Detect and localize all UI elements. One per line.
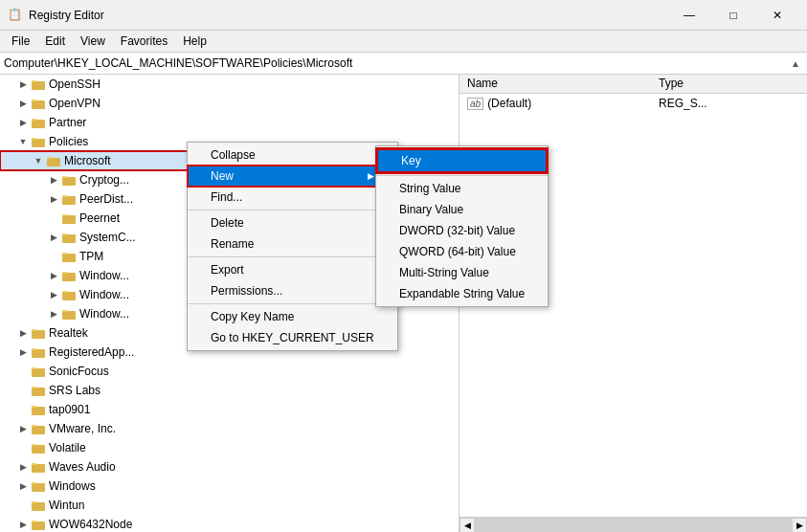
expand-icon: ▶	[15, 419, 31, 438]
expand-icon: ▶	[15, 515, 31, 532]
tree-item-tap0901[interactable]: ▶ tap0901	[0, 400, 459, 419]
menu-favorites[interactable]: Favorites	[113, 33, 175, 50]
ctx-permissions-label: Permissions...	[211, 284, 282, 298]
registry-name: ab (Default)	[467, 97, 659, 110]
expand-icon: ▶	[46, 304, 61, 323]
folder-icon	[31, 325, 46, 341]
tree-item-windows[interactable]: ▶ Windows	[0, 477, 459, 496]
address-scroll-up[interactable]: ▲	[788, 54, 803, 73]
ctx-find-label: Find...	[211, 190, 242, 204]
folder-icon	[31, 440, 46, 455]
svg-rect-10	[47, 157, 52, 159]
tree-label: Window...	[79, 269, 129, 282]
registry-row-default[interactable]: ab (Default) REG_S...	[460, 94, 807, 113]
menu-help[interactable]: Help	[175, 33, 214, 50]
tree-label: Realtek	[49, 326, 88, 340]
svg-rect-36	[32, 406, 36, 408]
submenu-dword[interactable]: DWORD (32-bit) Value	[376, 220, 548, 241]
tree-label: Waves Audio	[49, 460, 116, 474]
scroll-left-btn[interactable]: ◀	[460, 518, 475, 533]
tree-item-wintun[interactable]: ▶ Wintun	[0, 496, 459, 515]
expand-icon: ▶	[46, 285, 61, 304]
ctx-export[interactable]: Export	[188, 259, 397, 280]
svg-rect-7	[32, 139, 45, 147]
title-bar: 📋 Registry Editor — □ ✕	[0, 0, 807, 31]
svg-rect-46	[32, 501, 36, 503]
expand-icon: ▶	[15, 343, 31, 362]
maximize-button[interactable]: □	[711, 0, 755, 31]
tree-item-vmware[interactable]: ▶ VMware, Inc.	[0, 419, 459, 438]
svg-rect-12	[62, 176, 67, 178]
expand-icon: ▶	[46, 266, 61, 285]
folder-icon	[31, 459, 46, 475]
svg-rect-31	[32, 368, 45, 377]
menu-edit[interactable]: Edit	[37, 33, 73, 50]
expand-icon: ▶	[46, 170, 61, 189]
ctx-delete[interactable]: Delete	[188, 212, 397, 233]
submenu-string[interactable]: String Value	[376, 178, 548, 199]
menu-view[interactable]: View	[73, 33, 113, 50]
menu-file[interactable]: File	[4, 33, 37, 50]
svg-rect-22	[62, 272, 67, 274]
ctx-delete-label: Delete	[211, 216, 244, 230]
tree-label: Peernet	[79, 211, 120, 225]
scroll-right-btn[interactable]: ▶	[792, 518, 807, 533]
svg-rect-33	[32, 388, 45, 396]
svg-rect-21	[62, 273, 76, 281]
ctx-new[interactable]: New ▶	[188, 166, 397, 187]
tree-label: SRS Labs	[49, 384, 101, 397]
submenu-expandable[interactable]: Expandable String Value	[376, 283, 548, 304]
tree-label: TPM	[79, 250, 103, 263]
ctx-goto[interactable]: Go to HKEY_CURRENT_USER	[188, 327, 397, 348]
ctx-find[interactable]: Find...	[188, 187, 397, 208]
right-panel-header: Name Type	[460, 75, 807, 94]
minimize-button[interactable]: —	[667, 0, 711, 31]
horizontal-scrollbar[interactable]: ◀ ▶	[460, 517, 807, 532]
submenu-qword[interactable]: QWORD (64-bit) Value	[376, 241, 548, 262]
expand-icon: ▶	[15, 323, 31, 343]
ctx-copykey[interactable]: Copy Key Name	[188, 306, 397, 327]
expand-icon: ▶	[15, 457, 31, 477]
submenu-binary[interactable]: Binary Value	[376, 199, 548, 220]
submenu-string-label: String Value	[399, 182, 460, 195]
tree-item-srslabs[interactable]: ▶ SRS Labs	[0, 381, 459, 400]
tree-item-openssh[interactable]: ▶ OpenSSH	[0, 75, 459, 94]
folder-icon	[61, 211, 77, 226]
tree-item-openvpn[interactable]: ▶ OpenVPN	[0, 94, 459, 113]
svg-rect-23	[62, 292, 76, 300]
svg-rect-19	[62, 254, 76, 262]
tree-label: SystemC...	[79, 231, 136, 244]
tree-label: Window...	[79, 288, 129, 301]
submenu-separator	[376, 175, 548, 176]
folder-icon	[31, 364, 46, 379]
title-bar-left: 📋 Registry Editor	[8, 8, 104, 23]
ctx-collapse[interactable]: Collapse	[188, 144, 397, 166]
tree-item-partner[interactable]: ▶ Partner	[0, 113, 459, 132]
ctx-separator-2	[188, 256, 397, 257]
submenu-multistring[interactable]: Multi-String Value	[376, 262, 548, 283]
svg-rect-44	[32, 482, 36, 484]
tree-label: Partner	[49, 116, 86, 129]
svg-rect-11	[62, 177, 76, 186]
ctx-permissions[interactable]: Permissions...	[188, 280, 397, 301]
tree-item-wow6432[interactable]: ▶ WOW6432Node	[0, 515, 459, 532]
ctx-copykey-label: Copy Key Name	[211, 310, 294, 323]
expand-icon: ▼	[15, 132, 31, 151]
submenu-qword-label: QWORD (64-bit) Value	[399, 245, 516, 258]
submenu-multistring-label: Multi-String Value	[399, 266, 489, 279]
svg-rect-30	[32, 348, 36, 350]
folder-icon	[31, 383, 46, 398]
tree-label: Cryptog...	[79, 173, 129, 187]
tree-item-sonicfocus[interactable]: ▶ SonicFocus	[0, 362, 459, 381]
tree-item-wavesaudio[interactable]: ▶ Waves Audio	[0, 457, 459, 477]
ctx-collapse-label: Collapse	[211, 148, 256, 162]
tree-item-volatile[interactable]: ▶ Volatile	[0, 438, 459, 457]
folder-icon	[31, 115, 46, 130]
window-controls: — □ ✕	[667, 0, 799, 31]
folder-icon	[61, 306, 77, 321]
submenu-key[interactable]: Key	[376, 148, 548, 173]
close-button[interactable]: ✕	[755, 0, 799, 31]
ab-icon: ab	[467, 98, 483, 110]
submenu-binary-label: Binary Value	[399, 203, 463, 216]
ctx-rename[interactable]: Rename	[188, 233, 397, 255]
